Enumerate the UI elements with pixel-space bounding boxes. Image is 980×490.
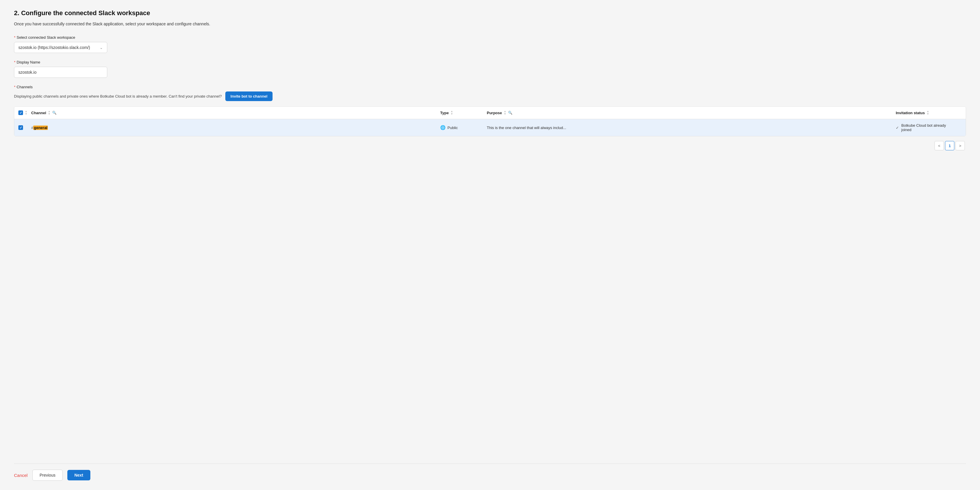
display-name-input[interactable] [14, 67, 107, 78]
workspace-required-star: * [14, 35, 16, 40]
pagination-page-1-btn[interactable]: 1 [945, 141, 955, 150]
pagination-next-btn[interactable]: > [956, 141, 965, 150]
channel-header-label: Channel [31, 111, 46, 115]
table-row: #general 🌐 Public This is the one channe… [14, 119, 966, 136]
row-channel-cell: #general [28, 122, 437, 134]
channels-required-star: * [14, 85, 16, 89]
type-sort-icons: ▲ ▼ [450, 110, 453, 115]
type-header-label: Type [440, 111, 449, 115]
channels-table: ▲ ▼ Channel ▲ ▼ 🔍 Type ▲ ▼ [14, 106, 966, 136]
channel-name-highlight: general [33, 125, 48, 130]
display-name-required-star: * [14, 60, 16, 64]
pagination: < 1 > [14, 141, 966, 150]
invitation-sort-icons: ▲ ▼ [927, 110, 929, 115]
table-header-type: Type ▲ ▼ [437, 106, 484, 119]
channels-description: Displaying public channels and private o… [14, 92, 966, 101]
row-checkbox-cell [14, 121, 28, 134]
cancel-button[interactable]: Cancel [14, 471, 28, 480]
pagination-prev-btn[interactable]: < [934, 141, 944, 150]
table-header-checkbox-cell: ▲ ▼ [14, 106, 28, 119]
purpose-search-icon[interactable]: 🔍 [508, 111, 512, 115]
table-header-channel: Channel ▲ ▼ 🔍 [28, 106, 437, 119]
display-name-label: * Display Name [14, 60, 966, 64]
workspace-label-text: Select connected Slack workspace [17, 35, 75, 40]
channel-search-icon[interactable]: 🔍 [52, 111, 57, 115]
channels-label-text: Channels [17, 85, 33, 89]
page-description: Once you have successfully connected the… [14, 21, 966, 27]
row-purpose-cell: This is the one channel that will always… [484, 122, 893, 134]
display-name-label-text: Display Name [17, 60, 40, 64]
previous-button[interactable]: Previous [32, 469, 63, 480]
chevron-down-icon: ⌄ [100, 46, 103, 50]
table-header-invitation-status: Invitation status ▲ ▼ [893, 106, 957, 119]
table-header-purpose: Purpose ▲ ▼ 🔍 [484, 106, 893, 119]
row-invitation-status-value: Botkube Cloud bot already joined [901, 123, 954, 132]
channels-section: * Channels Displaying public channels an… [14, 85, 966, 157]
next-button[interactable]: Next [67, 470, 90, 480]
row-invitation-status-cell: ✓ Botkube Cloud bot already joined [893, 119, 957, 136]
select-all-checkbox[interactable] [18, 110, 23, 115]
invite-bot-button[interactable]: Invite bot to channel [225, 92, 272, 101]
purpose-header-label: Purpose [487, 111, 502, 115]
status-check-icon: ✓ [896, 125, 899, 130]
workspace-select[interactable]: szostok.io (https://szostokio.slack.com/… [14, 42, 107, 53]
row-type-value: Public [447, 125, 458, 130]
display-name-field-group: * Display Name [14, 60, 966, 78]
invitation-status-header-label: Invitation status [896, 111, 925, 115]
table-header: ▲ ▼ Channel ▲ ▼ 🔍 Type ▲ ▼ [14, 106, 966, 119]
channel-sort-icons: ▲ ▼ [48, 110, 51, 115]
channels-desc-text: Displaying public channels and private o… [14, 94, 222, 98]
workspace-label: * Select connected Slack workspace [14, 35, 966, 40]
channel-name: #general [31, 125, 48, 130]
workspace-field-group: * Select connected Slack workspace szost… [14, 35, 966, 53]
globe-icon: 🌐 [440, 125, 446, 130]
row-type-cell: 🌐 Public [437, 121, 484, 134]
row-purpose-value: This is the one channel that will always… [487, 125, 566, 130]
footer: Cancel Previous Next [14, 463, 966, 490]
table-header-extra [957, 109, 966, 116]
page-title: 2. Configure the connected Slack workspa… [14, 10, 966, 17]
workspace-select-value: szostok.io (https://szostokio.slack.com/… [18, 45, 90, 50]
channels-label: * Channels [14, 85, 966, 89]
purpose-sort-icons: ▲ ▼ [504, 110, 506, 115]
header-sort-icons: ▲ ▼ [25, 110, 27, 115]
row-checkbox[interactable] [18, 125, 23, 130]
row-extra-cell [957, 124, 966, 132]
